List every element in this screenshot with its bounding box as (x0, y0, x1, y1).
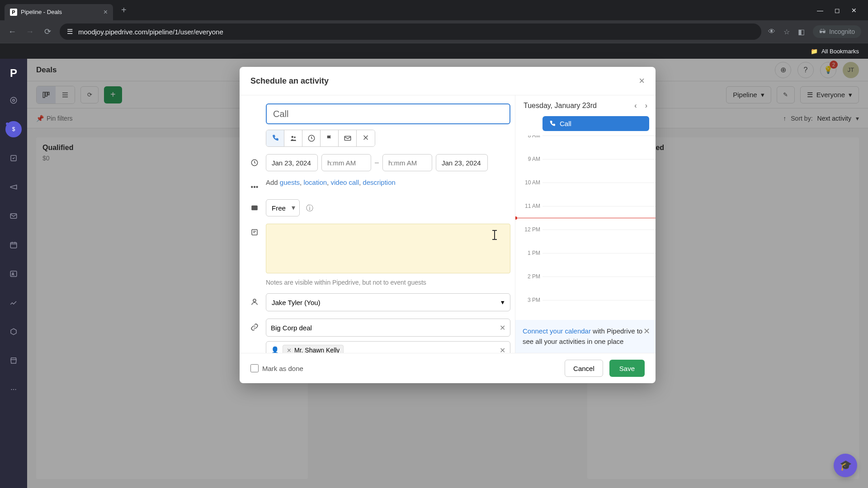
hour-label: 9 AM (518, 156, 540, 162)
connect-calendar-banner: ✕ Connect your calendar with Pipedrive t… (515, 320, 656, 353)
pipedrive-logo[interactable]: P (10, 67, 17, 80)
task-type-icon[interactable] (302, 130, 321, 146)
person-field[interactable]: 👤 ✕Mr. Shawn Kelly ✕ (266, 341, 510, 353)
incognito-badge[interactable]: 🕶 Incognito (813, 25, 861, 38)
email-type-icon[interactable] (339, 130, 357, 146)
sidebar-mail-icon[interactable] (5, 208, 22, 224)
owner-select[interactable]: Jake Tyler (You)▾ (266, 293, 510, 311)
sidebar-contacts-icon[interactable] (5, 266, 22, 282)
save-button[interactable]: Save (609, 360, 645, 377)
current-time-indicator: 11:30 AM (515, 218, 656, 218)
add-guests-link[interactable]: guests (280, 178, 300, 186)
clear-deal-icon[interactable]: ✕ (500, 324, 505, 332)
add-location-link[interactable]: location (303, 178, 327, 186)
close-window-icon[interactable]: ✕ (851, 7, 857, 14)
side-panel-icon[interactable]: ◧ (798, 28, 805, 36)
scheduled-event-chip[interactable]: Call (542, 116, 649, 131)
sidebar-products-icon[interactable] (5, 324, 22, 340)
calendar-panel: Tuesday, January 23rd ‹ › Call 8 AM9 AM1… (515, 95, 656, 353)
svg-point-21 (253, 299, 256, 302)
maximize-icon[interactable]: ◻ (835, 7, 840, 14)
visibility-off-icon[interactable]: 👁 (768, 28, 775, 36)
all-bookmarks-link[interactable]: All Bookmarks (821, 48, 859, 55)
prev-day-icon[interactable]: ‹ (634, 102, 637, 110)
reload-icon[interactable]: ⟳ (42, 27, 53, 37)
sidebar: P $ (0, 59, 27, 488)
calendar-hour-row[interactable]: 8 AM (542, 136, 656, 159)
url-field[interactable]: ☰ moodjoy.pipedrive.com/pipeline/1/user/… (60, 23, 761, 40)
calendar-hour-row[interactable]: 10 AM (542, 183, 656, 206)
start-time-input[interactable] (321, 154, 371, 171)
svg-point-0 (13, 99, 15, 102)
calendar-hour-row[interactable]: 3 PM (542, 300, 656, 320)
remove-person-icon[interactable]: ✕ (287, 347, 292, 353)
calendar-hour-row[interactable]: 12 PM (542, 230, 656, 253)
meeting-type-icon[interactable] (284, 130, 302, 146)
tab-close-icon[interactable]: × (104, 8, 108, 16)
svg-point-7 (12, 273, 14, 274)
help-fab[interactable]: 🎓 (834, 454, 857, 477)
deadline-type-icon[interactable] (321, 130, 339, 146)
site-settings-icon[interactable]: ☰ (67, 28, 73, 36)
clock-icon (250, 158, 259, 168)
calendar-hour-row[interactable]: 2 PM (542, 277, 656, 300)
calendar-hour-row[interactable]: 1 PM (542, 253, 656, 277)
hour-label: 1 PM (518, 250, 540, 256)
sidebar-activities-icon[interactable] (5, 237, 22, 253)
tab-bar: P Pipeline - Deals × + — ◻ ✕ (0, 0, 868, 20)
info-icon[interactable]: ⓘ (306, 204, 313, 212)
svg-point-10 (15, 389, 16, 390)
browser-chrome: P Pipeline - Deals × + — ◻ ✕ ← → ⟳ ☰ moo… (0, 0, 868, 59)
sidebar-campaigns-icon[interactable] (5, 179, 22, 195)
new-tab-button[interactable]: + (117, 5, 131, 15)
browser-tab[interactable]: P Pipeline - Deals × (5, 4, 113, 20)
add-links-row: Add guests, location, video call, descri… (266, 178, 510, 186)
lunch-type-icon[interactable] (357, 130, 375, 146)
app-root: P $ Deals ⊕ ? 💡2 JT ⟳ + (0, 59, 868, 488)
next-day-icon[interactable]: › (645, 102, 647, 110)
bookmarks-bar: 📁 All Bookmarks (0, 43, 868, 59)
hour-label: 11 AM (518, 203, 540, 209)
forward-icon: → (24, 27, 35, 37)
start-date-input[interactable] (266, 154, 318, 171)
svg-rect-5 (10, 243, 17, 248)
more-icon: ••• (250, 182, 259, 192)
end-date-input[interactable] (436, 154, 488, 171)
close-icon[interactable]: × (639, 75, 645, 87)
close-banner-icon[interactable]: ✕ (643, 325, 650, 338)
hour-label: 8 AM (518, 136, 540, 139)
svg-point-8 (11, 389, 12, 390)
sidebar-marketplace-icon[interactable] (5, 352, 22, 369)
availability-select[interactable]: Free (266, 199, 300, 216)
sidebar-leads-icon[interactable] (5, 92, 22, 108)
cancel-button[interactable]: Cancel (565, 360, 603, 377)
calendar-hour-row[interactable]: 9 AM (542, 159, 656, 183)
chevron-down-icon: ▾ (501, 298, 505, 306)
notes-icon (250, 227, 259, 237)
activity-subject-input[interactable] (266, 103, 510, 124)
deal-field[interactable]: Big Corp deal ✕ (266, 319, 510, 337)
sidebar-projects-icon[interactable] (5, 150, 22, 166)
sidebar-deals-icon[interactable]: $ (5, 121, 22, 137)
sidebar-insights-icon[interactable] (5, 295, 22, 311)
notes-textarea[interactable] (266, 224, 510, 273)
link-icon (250, 322, 259, 332)
bookmark-star-icon[interactable]: ☆ (783, 28, 790, 36)
svg-rect-19 (251, 206, 258, 211)
back-icon[interactable]: ← (7, 27, 18, 37)
person-chip: ✕Mr. Shawn Kelly (283, 345, 344, 353)
minimize-icon[interactable]: — (817, 7, 823, 14)
clear-person-icon[interactable]: ✕ (500, 346, 505, 353)
add-video-link[interactable]: video call (330, 178, 359, 186)
call-type-icon[interactable] (266, 130, 284, 146)
calendar-date: Tuesday, January 23rd (524, 102, 597, 110)
mark-done-checkbox[interactable]: Mark as done (250, 364, 303, 372)
connect-calendar-link[interactable]: Connect your calendar (523, 327, 591, 335)
calendar-grid[interactable]: 8 AM9 AM10 AM11 AM12 PM1 PM2 PM3 PM11:30… (515, 136, 656, 320)
add-description-link[interactable]: description (363, 178, 396, 186)
main-content: Deals ⊕ ? 💡2 JT ⟳ + Pipeline ▾ ✎ ☰ Every… (27, 59, 868, 488)
tab-favicon: P (10, 9, 17, 16)
end-time-input[interactable] (382, 154, 432, 171)
sidebar-more-icon[interactable] (5, 381, 22, 398)
text-cursor-indicator (494, 230, 495, 240)
